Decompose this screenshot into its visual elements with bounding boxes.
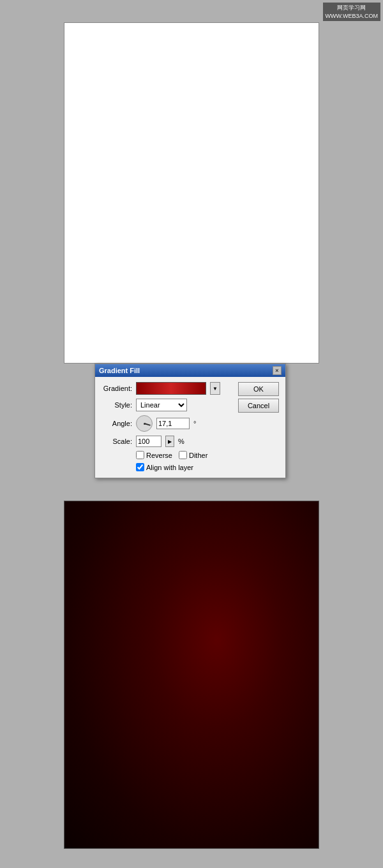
scale-row: Scale: ▶ % <box>101 436 230 447</box>
dialog-button-group: OK Cancel <box>238 382 279 413</box>
cancel-button[interactable]: Cancel <box>238 399 279 413</box>
align-layer-label: Align with layer <box>146 464 193 471</box>
angle-row: Angle: ° <box>101 415 230 432</box>
angle-input[interactable] <box>156 418 190 429</box>
dither-checkbox[interactable] <box>179 451 187 459</box>
align-layer-checkbox-label[interactable]: Align with layer <box>136 463 193 471</box>
close-icon: × <box>275 368 278 374</box>
checkboxes-row-1: Reverse Dither <box>101 451 230 459</box>
align-layer-checkbox[interactable] <box>136 463 144 471</box>
bottom-canvas <box>64 501 319 849</box>
angle-label: Angle: <box>101 420 132 427</box>
gradient-row: Gradient: ▼ <box>101 382 230 395</box>
gradient-swatch[interactable] <box>136 382 206 395</box>
style-select[interactable]: Linear Radial Angle Reflected Diamond <box>136 399 187 411</box>
percent-symbol: % <box>178 438 184 445</box>
reverse-label: Reverse <box>146 452 172 459</box>
angle-dial[interactable] <box>136 415 153 432</box>
checkboxes-row-2: Align with layer <box>101 463 230 471</box>
watermark-line1: 网页学习网 <box>326 4 379 12</box>
reverse-checkbox-label[interactable]: Reverse <box>136 451 172 459</box>
dialog-content: OK Cancel Gradient: ▼ Style: Linear Radi… <box>95 377 285 478</box>
ok-button[interactable]: OK <box>238 382 279 396</box>
angle-center-dot <box>144 423 146 425</box>
degree-symbol: ° <box>193 420 196 427</box>
gradient-fill-dialog: Gradient Fill × OK Cancel Gradient: ▼ St… <box>94 364 286 478</box>
top-canvas <box>64 22 319 364</box>
watermark-line2: WWW.WEB3A.COM <box>326 12 379 20</box>
style-row: Style: Linear Radial Angle Reflected Dia… <box>101 399 230 411</box>
watermark: 网页学习网 WWW.WEB3A.COM <box>323 3 381 21</box>
dialog-title: Gradient Fill <box>99 367 140 374</box>
dialog-close-button[interactable]: × <box>273 366 282 375</box>
dither-checkbox-label[interactable]: Dither <box>179 451 207 459</box>
dialog-titlebar: Gradient Fill × <box>95 364 285 377</box>
chevron-right-icon: ▶ <box>168 439 172 445</box>
scale-increment-button[interactable]: ▶ <box>165 436 174 447</box>
style-label: Style: <box>101 401 132 409</box>
dither-label: Dither <box>189 452 207 459</box>
gradient-label: Gradient: <box>101 385 132 392</box>
chevron-down-icon: ▼ <box>213 386 218 392</box>
scale-input[interactable] <box>136 436 161 447</box>
gradient-dropdown-arrow[interactable]: ▼ <box>210 382 220 395</box>
reverse-checkbox[interactable] <box>136 451 144 459</box>
scale-label: Scale: <box>101 438 132 445</box>
